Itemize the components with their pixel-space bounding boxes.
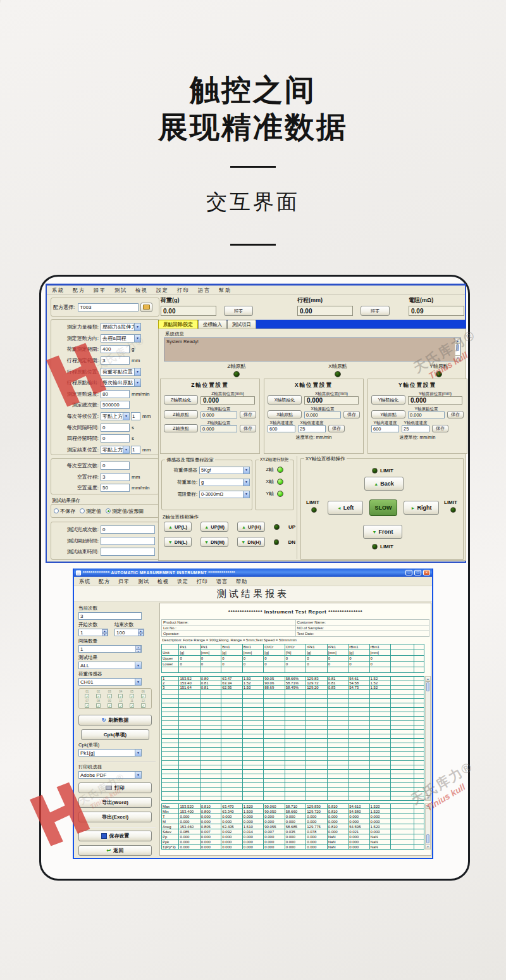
- channel-checkbox[interactable]: 11✓: [126, 700, 138, 708]
- end-count-stepper[interactable]: 100▲▼: [114, 629, 144, 636]
- spinner-icon[interactable]: ▲▼: [135, 646, 141, 652]
- maximize-button[interactable]: □: [414, 570, 421, 575]
- menu-item[interactable]: 语言: [216, 578, 228, 585]
- return-button[interactable]: ↩返回: [78, 845, 152, 856]
- channel-checkbox[interactable]: 12✓: [137, 700, 149, 708]
- chevron-down-icon[interactable]: ▼: [135, 772, 141, 778]
- save-button[interactable]: 保存: [240, 425, 256, 432]
- param-input[interactable]: 3: [101, 473, 130, 481]
- axis-origin-button[interactable]: Z軸原點: [164, 410, 198, 418]
- chevron-down-icon[interactable]: ▼: [243, 467, 249, 474]
- param-input[interactable]: 0: [101, 434, 130, 443]
- radio-option[interactable]: 測定值: [80, 508, 101, 515]
- menu-item[interactable]: 检视: [157, 578, 169, 585]
- chevron-down-icon[interactable]: ▼: [123, 413, 129, 420]
- param-input[interactable]: 1: [131, 446, 140, 454]
- zero-button[interactable]: 歸零: [224, 306, 253, 316]
- channel-checkbox[interactable]: 02✓: [93, 690, 104, 699]
- channel-checkbox[interactable]: 03✓: [104, 690, 115, 699]
- menu-item[interactable]: 打印: [177, 287, 190, 294]
- sensor-row-select[interactable]: 0-3000mΩ▼: [199, 491, 250, 498]
- param-select[interactable]: 零點上方▼: [101, 446, 130, 454]
- zero-button[interactable]: 歸零: [361, 306, 390, 316]
- recipe-input[interactable]: T003: [78, 303, 139, 311]
- tab-3[interactable]: 測試項目: [227, 320, 256, 329]
- radio-icon[interactable]: [54, 508, 59, 513]
- save-settings-button[interactable]: 保存设置: [78, 831, 152, 841]
- start-count-stepper[interactable]: 1▲▼: [78, 629, 108, 636]
- save-button[interactable]: 保存: [328, 425, 345, 432]
- param-select[interactable]: 每次輸出原點▼: [101, 379, 141, 387]
- menu-item[interactable]: 配方: [73, 287, 85, 294]
- channel-checkbox[interactable]: 01✓: [82, 690, 93, 699]
- menu-item[interactable]: 系统: [79, 578, 90, 585]
- chevron-down-icon[interactable]: ▼: [123, 446, 129, 453]
- zmove-button[interactable]: ▼DN(M): [201, 537, 228, 547]
- chevron-down-icon[interactable]: ▼: [134, 335, 140, 342]
- radio-icon[interactable]: [106, 508, 111, 513]
- refresh-data-button[interactable]: ↻刷新数据: [78, 715, 152, 726]
- param-input[interactable]: 0: [101, 462, 130, 470]
- param-input[interactable]: 400: [101, 345, 130, 353]
- open-recipe-button[interactable]: [140, 303, 152, 312]
- param-input[interactable]: 50: [101, 484, 130, 492]
- export-word-button[interactable]: 导出(Word): [78, 797, 152, 808]
- sensor-select[interactable]: CH01▼: [78, 678, 142, 686]
- scroll-down-icon[interactable]: ▼: [426, 844, 430, 849]
- left-button[interactable]: ◄Left: [328, 501, 363, 515]
- chevron-down-icon[interactable]: ▼: [135, 679, 141, 685]
- menu-item[interactable]: 归零: [118, 578, 130, 585]
- menu-item[interactable]: 设定: [177, 578, 188, 585]
- menu-item[interactable]: 系統: [52, 287, 65, 294]
- scroll-thumb[interactable]: [426, 682, 429, 691]
- sensor-row-select[interactable]: 5Kgf▼: [199, 467, 250, 474]
- save-button[interactable]: 保存: [343, 411, 360, 418]
- axis-init-button[interactable]: Y軸初始化: [371, 395, 405, 405]
- save-button[interactable]: 保存: [240, 411, 256, 418]
- param-select[interactable]: 荷重零點位置▼: [101, 368, 141, 376]
- menu-item[interactable]: 测试: [138, 578, 149, 585]
- scroll-thumb[interactable]: [456, 344, 459, 351]
- axis-origin-button[interactable]: X軸原點: [268, 410, 302, 418]
- param-input[interactable]: [101, 537, 155, 545]
- axis-origin-button[interactable]: Y軸原點: [371, 410, 405, 418]
- front-button[interactable]: ▼Front: [363, 525, 402, 539]
- scroll-down-icon[interactable]: ▼: [426, 795, 430, 800]
- menu-item[interactable]: 歸零: [94, 287, 106, 294]
- chevron-down-icon[interactable]: ▼: [243, 479, 249, 486]
- chevron-down-icon[interactable]: ▼: [243, 491, 249, 498]
- scroll-up-icon[interactable]: ▲: [426, 804, 430, 809]
- spinner-icon[interactable]: ▲▼: [138, 629, 144, 636]
- scroll-up-icon[interactable]: ▲: [426, 677, 430, 682]
- cpk-select[interactable]: Pk1[g]▼: [78, 749, 142, 757]
- current-count-input[interactable]: 3: [78, 612, 142, 620]
- spinner-icon[interactable]: ▲▼: [102, 629, 108, 636]
- close-button[interactable]: ×: [423, 570, 430, 575]
- scroll-up-icon[interactable]: ▲: [455, 339, 460, 344]
- param-select[interactable]: 零點上方▼: [101, 412, 130, 420]
- param-select[interactable]: 去程&回程▼: [101, 334, 141, 342]
- radio-icon[interactable]: [80, 508, 85, 513]
- cpk-button[interactable]: Cpk(单项): [81, 729, 149, 740]
- result-filter-select[interactable]: ALL▼: [78, 662, 142, 669]
- save-button[interactable]: 保存: [432, 425, 448, 432]
- radio-option[interactable]: 測定值/波形圖: [106, 508, 144, 515]
- param-input[interactable]: [101, 548, 155, 556]
- menu-item[interactable]: 幫助: [219, 287, 231, 294]
- param-input[interactable]: 0: [101, 525, 155, 534]
- print-button[interactable]: 打印: [78, 782, 152, 793]
- back-button[interactable]: ▲Back: [364, 477, 404, 491]
- tab-1[interactable]: 原點回歸/設定: [158, 320, 198, 329]
- save-button[interactable]: 保存: [447, 411, 464, 418]
- channel-checkbox[interactable]: 09✓: [104, 700, 115, 708]
- export-excel-button[interactable]: 导出(Excel): [78, 812, 152, 822]
- scrollbar[interactable]: ▲ ▼: [425, 676, 431, 801]
- menu-item[interactable]: 測試: [114, 287, 127, 294]
- channel-checkbox[interactable]: 08✓: [93, 700, 104, 708]
- printer-select[interactable]: Adobe PDF▼: [78, 771, 142, 779]
- chevron-down-icon[interactable]: ▼: [134, 324, 140, 330]
- tab-2[interactable]: 坐標輸入: [198, 320, 227, 329]
- param-input[interactable]: 80: [101, 390, 130, 398]
- chevron-down-icon[interactable]: ▼: [134, 379, 140, 386]
- axis-origin-button[interactable]: Z軸換點: [164, 424, 198, 432]
